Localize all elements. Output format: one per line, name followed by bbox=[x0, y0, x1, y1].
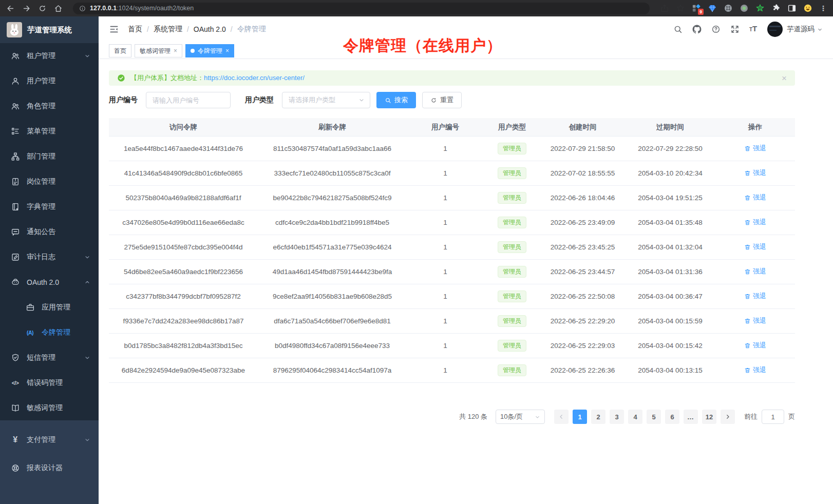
share-icon[interactable] bbox=[660, 4, 669, 13]
tab-home[interactable]: 首页 bbox=[109, 44, 131, 57]
force-logout-button[interactable]: 强退 bbox=[744, 365, 766, 375]
doc-link[interactable]: https://doc.iocoder.cn/user-center/ bbox=[204, 74, 305, 82]
force-logout-button[interactable]: 强退 bbox=[744, 218, 766, 227]
sidebar-menu: 租户管理用户管理角色管理菜单管理部门管理岗位管理字典管理通知公告审计日志OAut… bbox=[0, 43, 99, 420]
table-row: 54d6be82ee5a460a9aedc1f9bf22365649d1aa46… bbox=[109, 260, 795, 284]
next-page-button[interactable] bbox=[721, 410, 735, 424]
extensions-badge-icon[interactable]: 9 bbox=[692, 4, 701, 13]
back-icon[interactable] bbox=[6, 4, 15, 13]
sidebar-item-user[interactable]: 用户管理 bbox=[0, 68, 99, 93]
access-token-cell: c342377bf8b344799dcbf7bf095287f2 bbox=[109, 293, 258, 300]
breadcrumb-item[interactable]: 首页 bbox=[128, 25, 142, 34]
emoji-icon[interactable] bbox=[803, 4, 812, 13]
close-icon[interactable]: × bbox=[174, 47, 177, 54]
app-logo[interactable]: 芋道管理系统 bbox=[0, 16, 99, 43]
sidebar-item-error-code[interactable]: </>错误码管理 bbox=[0, 370, 99, 395]
page-button-12[interactable]: 12 bbox=[702, 410, 716, 424]
more-pages-button[interactable]: … bbox=[684, 410, 698, 424]
expire-time-cell: 2054-03-10 20:42:34 bbox=[625, 169, 715, 177]
page-button-4[interactable]: 4 bbox=[628, 410, 642, 424]
sidebar-item-label: 令牌管理 bbox=[42, 328, 90, 337]
page-button-6[interactable]: 6 bbox=[665, 410, 679, 424]
sidebar-item-pay[interactable]: ¥支付管理 bbox=[0, 428, 99, 452]
page-size-select[interactable]: 10条/页 bbox=[496, 410, 545, 424]
sidebar-item-sms[interactable]: 短信管理 bbox=[0, 345, 99, 370]
sidebar-item-oauth2[interactable]: OAuth 2.0 bbox=[0, 269, 99, 295]
reload-icon[interactable] bbox=[38, 4, 47, 13]
sidebar-item-oauth2-app[interactable]: 应用管理 bbox=[0, 295, 99, 320]
breadcrumb-item[interactable]: 系统管理 bbox=[154, 25, 182, 34]
prev-page-button[interactable] bbox=[554, 410, 569, 424]
force-logout-button[interactable]: 强退 bbox=[744, 144, 766, 153]
page-button-1[interactable]: 1 bbox=[573, 410, 587, 424]
search-icon[interactable] bbox=[673, 25, 683, 34]
fullscreen-icon[interactable] bbox=[730, 25, 740, 34]
force-logout-button[interactable]: 强退 bbox=[744, 341, 766, 350]
table-row: b0d1785bc3a8482f812db4a3f3bd15ecb0df4980… bbox=[109, 334, 795, 358]
tab-label: 首页 bbox=[114, 47, 126, 55]
gem-icon[interactable] bbox=[708, 4, 717, 13]
page-button-3[interactable]: 3 bbox=[610, 410, 624, 424]
sidebar-item-notice[interactable]: 通知公告 bbox=[0, 219, 99, 244]
message-icon bbox=[10, 227, 20, 237]
tab-token[interactable]: 令牌管理× bbox=[185, 44, 234, 57]
tab-sensitive-word[interactable]: 敏感词管理× bbox=[135, 44, 182, 57]
force-logout-button[interactable]: 强退 bbox=[744, 316, 766, 325]
force-logout-button[interactable]: 强退 bbox=[744, 267, 766, 276]
page-button-2[interactable]: 2 bbox=[591, 410, 605, 424]
user-id-input[interactable] bbox=[146, 92, 231, 108]
home-icon[interactable] bbox=[54, 4, 63, 13]
command-circle-icon[interactable] bbox=[724, 4, 733, 13]
help-icon[interactable] bbox=[711, 25, 721, 34]
sidebar-item-label: 通知公告 bbox=[27, 227, 90, 237]
reset-button[interactable]: 重置 bbox=[422, 92, 462, 108]
user-type-select[interactable]: 请选择用户类型 bbox=[282, 92, 370, 108]
sidebar-item-menu[interactable]: 菜单管理 bbox=[0, 119, 99, 144]
bookmark-star-icon[interactable] bbox=[676, 4, 685, 13]
sidebar-item-sensitive-word[interactable]: 敏感词管理 bbox=[0, 395, 99, 420]
page-button-5[interactable]: 5 bbox=[647, 410, 661, 424]
force-logout-button[interactable]: 强退 bbox=[744, 193, 766, 202]
sidebar-item-dict[interactable]: 字典管理 bbox=[0, 194, 99, 219]
info-icon[interactable] bbox=[79, 5, 86, 12]
chevron-down-icon[interactable] bbox=[817, 27, 823, 32]
menu-dots-icon[interactable]: ⋮ bbox=[820, 4, 827, 12]
force-logout-button[interactable]: 强退 bbox=[744, 168, 766, 178]
search-button[interactable]: 搜索 bbox=[376, 92, 416, 108]
forward-icon[interactable] bbox=[22, 4, 31, 13]
close-icon[interactable]: × bbox=[782, 74, 787, 83]
access-token-cell: 275e5de9151045fe87cbdc395e004f4d bbox=[109, 243, 258, 251]
sidebar-item-tenant[interactable]: 租户管理 bbox=[0, 43, 99, 68]
expire-time-cell: 2054-03-04 01:35:48 bbox=[625, 219, 715, 226]
address-bar[interactable]: 127.0.0.1:1024/system/oauth2/token bbox=[73, 3, 650, 14]
sidebar-item-post[interactable]: 岗位管理 bbox=[0, 169, 99, 194]
sidebar-item-dept[interactable]: 部门管理 bbox=[0, 144, 99, 169]
sidebar-item-label: 菜单管理 bbox=[27, 127, 90, 136]
tab-label: 敏感词管理 bbox=[140, 47, 171, 55]
badge-icon bbox=[10, 177, 20, 186]
active-dot-icon bbox=[191, 49, 195, 53]
username[interactable]: 芋道源码 bbox=[787, 25, 815, 34]
breadcrumb-item[interactable]: OAuth 2.0 bbox=[194, 25, 226, 33]
sidebar-toggle-icon[interactable] bbox=[787, 4, 797, 13]
access-token-cell: c347026e805e4d99b0d116eae66eda8c bbox=[109, 219, 258, 226]
sidebar-item-oauth2-token[interactable]: (A)令牌管理 bbox=[0, 320, 99, 345]
sidebar-item-label: 用户管理 bbox=[27, 76, 90, 86]
puzzle-icon[interactable] bbox=[771, 4, 781, 13]
font-size-icon[interactable]: TT bbox=[749, 25, 759, 34]
trash-icon bbox=[744, 293, 751, 300]
close-icon[interactable]: × bbox=[225, 47, 229, 54]
github-icon[interactable] bbox=[692, 25, 702, 34]
sidebar-collapse-icon[interactable] bbox=[109, 24, 119, 34]
goto-page-input[interactable] bbox=[762, 410, 784, 424]
green-star-icon[interactable] bbox=[755, 4, 765, 13]
record-circle-icon[interactable] bbox=[740, 4, 749, 13]
force-logout-button[interactable]: 强退 bbox=[744, 242, 766, 251]
sidebar-item-report-designer[interactable]: 报表设计器 bbox=[0, 456, 99, 480]
sidebar-item-audit-log[interactable]: 审计日志 bbox=[0, 244, 99, 269]
access-token-cell: 1ea5e44f8bc1467aaede43144f31de76 bbox=[109, 145, 258, 152]
created-time-cell: 2022-06-26 18:04:46 bbox=[540, 194, 625, 202]
avatar[interactable] bbox=[767, 22, 783, 37]
sidebar-item-role[interactable]: 角色管理 bbox=[0, 93, 99, 119]
force-logout-button[interactable]: 强退 bbox=[744, 292, 766, 301]
